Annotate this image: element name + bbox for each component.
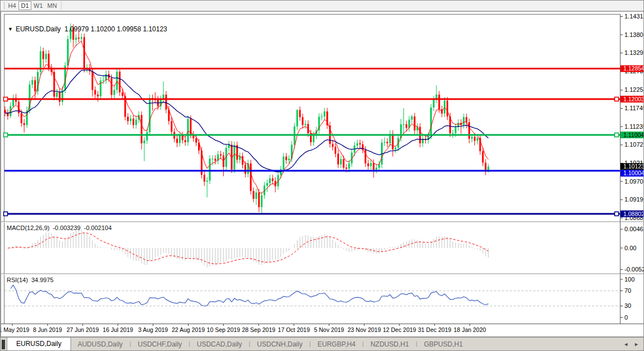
chart-tab-gbpusd[interactable]: GBPUSD,H1 <box>417 338 469 351</box>
time-axis-label: 5 Nov 2019 <box>314 326 344 333</box>
panel-frames <box>1 12 644 337</box>
chart-tab-eurgbp[interactable]: EURGBP,H4 <box>311 338 363 351</box>
tab-scroll-left-icon[interactable]: ◄ <box>623 341 628 347</box>
price-badge: 1.10123 <box>623 163 644 170</box>
mt4-window: H4D1W1MN 1.143101.138001.132901.127801.1… <box>0 0 644 351</box>
rsi-axis-label: 0 <box>624 314 628 321</box>
chart-tab-usdcad[interactable]: USDCAD,Daily <box>190 338 249 351</box>
chart-tab-eurusd[interactable]: EURUSD,Daily <box>7 337 71 351</box>
macd-label: MACD(12,26,9)-0.003239-0.002104 <box>7 224 115 231</box>
toolbar-separator <box>61 2 62 10</box>
chart-tab-usdchf[interactable]: USDCHF,Daily <box>131 338 189 351</box>
timeframe-button-mn[interactable]: MN <box>45 1 59 10</box>
time-axis-label: 31 Dec 2019 <box>418 326 452 333</box>
timeframe-button-w1[interactable]: W1 <box>31 1 45 10</box>
chart-tab-audusd[interactable]: AUDUSD,Daily <box>71 338 130 351</box>
hline-handle[interactable] <box>615 212 619 216</box>
price-axis-label: 1.13800 <box>624 31 644 38</box>
price-axis-label: 1.11745 <box>624 105 644 111</box>
rsi-axis-label: 30 <box>624 302 631 309</box>
price-axis[interactable]: 1.143101.138001.132901.127801.122551.117… <box>621 13 644 221</box>
price-badge: 1.12854 <box>623 65 644 72</box>
macd-name: MACD(12,26,9) <box>7 224 49 231</box>
time-axis-label: 17 Oct 2019 <box>278 326 310 333</box>
chart-title-symbol: EURUSD,Daily <box>16 25 61 33</box>
price-badge: 1.08802 <box>623 210 644 217</box>
chart-area: 1.143101.138001.132901.127801.122551.117… <box>1 11 644 337</box>
macd-axis-label: 0.00463 <box>624 226 644 232</box>
hline-handle[interactable] <box>615 97 619 101</box>
time-axis-label: 10 Sep 2019 <box>207 326 241 333</box>
price-axis-label: 1.13290 <box>624 49 644 56</box>
price-axis-label: 1.10725 <box>624 141 644 148</box>
rsi-label: RSI(14)34.9975 <box>7 277 57 283</box>
tab-scroll-arrows: ◄ ► <box>623 338 644 351</box>
hline-handle[interactable] <box>4 133 8 137</box>
timeframe-toolbar: H4D1W1MN <box>1 1 644 11</box>
macd-value-signal: -0.002104 <box>84 224 112 231</box>
price-axis-label: 1.09195 <box>624 196 644 203</box>
price-axis-label: 1.14310 <box>624 13 644 20</box>
rsi-panel: 10070300 <box>4 276 634 321</box>
chart-title: ▼EURUSD,Daily 1.09979 1.10200 1.09958 1.… <box>8 25 167 33</box>
tab-scroll-right-icon[interactable]: ► <box>634 341 639 347</box>
time-axis-label: 21 May 2019 <box>1 326 30 333</box>
chart-tabbar: EURUSD,DailyAUDUSD,Daily|USDCHF,Daily|US… <box>1 337 644 351</box>
timeframe-button-d1[interactable]: D1 <box>18 1 31 10</box>
chart-tabs: EURUSD,DailyAUDUSD,Daily|USDCHF,Daily|US… <box>7 338 469 351</box>
macd-panel: 0.004630.00-0.005299 <box>8 226 644 273</box>
time-axis-label: 8 Jun 2019 <box>33 326 62 333</box>
symbol-dropdown-icon[interactable]: ▼ <box>8 26 13 32</box>
chart-title-ohlc: 1.09979 1.10200 1.09958 1.10123 <box>64 25 167 33</box>
hline-handle[interactable] <box>4 97 8 101</box>
toolbar-grip[interactable] <box>2 2 4 10</box>
time-axis-label: 12 Dec 2019 <box>383 326 416 333</box>
rsi-axis-label: 70 <box>624 287 631 294</box>
time-axis-label: 18 Jan 2020 <box>454 326 486 333</box>
candlesticks <box>4 24 490 214</box>
price-badge: 1.10004 <box>623 170 644 176</box>
price-axis-label: 1.11235 <box>624 123 644 130</box>
time-axis-label: 27 Jun 2019 <box>67 326 99 333</box>
time-axis-label: 3 Aug 2019 <box>138 326 168 333</box>
time-axis-label: 23 Nov 2019 <box>347 326 381 333</box>
rsi-axis-label: 100 <box>624 276 634 283</box>
time-axis-label: 28 Sep 2019 <box>242 326 276 333</box>
chart-tab-usdcnh[interactable]: USDCNH,Daily <box>250 338 309 351</box>
ma-slow-line <box>5 70 488 172</box>
price-axis-label: 1.12255 <box>624 86 644 93</box>
rsi-name: RSI(14) <box>7 277 28 283</box>
time-axis-label: 16 Jul 2019 <box>103 326 133 333</box>
chart-tab-nzdusd[interactable]: NZDUSD,H1 <box>364 338 416 351</box>
price-axis-label: 1.09705 <box>624 178 644 185</box>
rsi-line <box>11 285 488 306</box>
macd-value-main: -0.003239 <box>53 224 81 231</box>
timeframe-buttons: H4D1W1MN <box>6 1 59 11</box>
macd-axis-label: -0.005299 <box>624 266 644 273</box>
chart-canvas[interactable]: 1.143101.138001.132901.127801.122551.117… <box>1 11 644 337</box>
hline-handle[interactable] <box>4 212 8 216</box>
hline-handle[interactable] <box>615 133 619 137</box>
price-badge: 1.12003 <box>623 96 644 102</box>
price-badge: 1.11004 <box>623 132 644 138</box>
time-axis-label: 22 Aug 2019 <box>172 326 205 333</box>
timeframe-button-h4[interactable]: H4 <box>6 1 18 10</box>
horizontal-level-lines <box>4 69 621 216</box>
time-axis[interactable]: 21 May 20198 Jun 201927 Jun 201916 Jul 2… <box>1 324 486 333</box>
rsi-value: 34.9975 <box>31 277 54 283</box>
tabbar-grip[interactable] <box>2 340 5 349</box>
macd-axis-label: 0.00 <box>624 245 636 251</box>
